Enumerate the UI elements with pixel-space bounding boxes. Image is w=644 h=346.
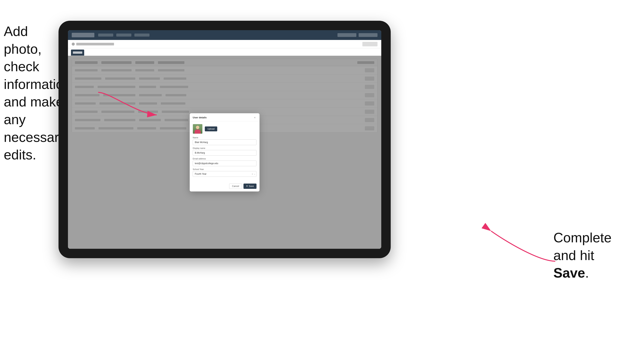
tab-text: [73, 51, 82, 54]
tab-bar: [68, 48, 381, 56]
annotation-left: Add photo, check information and make an…: [4, 23, 68, 164]
email-input[interactable]: [193, 161, 256, 166]
select-clear-icon[interactable]: ×: [252, 173, 253, 175]
user-photo-thumbnail: [193, 124, 202, 134]
nav-item-2: [116, 33, 131, 36]
save-button[interactable]: ⬆ Save: [244, 183, 256, 189]
photo-section: Upload: [193, 124, 256, 134]
name-field-group: Name: [193, 137, 256, 145]
breadcrumb-text: [76, 43, 114, 45]
breadcrumb-action: [362, 42, 378, 46]
save-label: Save: [249, 185, 254, 187]
tablet-frame: User details × Upload: [58, 21, 391, 258]
content-area: User details × Upload: [68, 56, 381, 249]
email-field-group: Email address: [193, 158, 256, 166]
display-name-input[interactable]: [193, 150, 256, 156]
chevron-down-icon: ⌄: [254, 173, 255, 175]
upload-photo-button[interactable]: Upload: [205, 127, 217, 131]
school-year-field-group: School Year First Year Second Year Third…: [193, 168, 256, 177]
user-details-modal: User details × Upload: [190, 113, 260, 191]
school-year-label: School Year: [193, 168, 256, 170]
email-label: Email address: [193, 158, 256, 160]
nav-item-1: [98, 33, 113, 36]
display-name-label: Display name: [193, 147, 256, 149]
app-logo: [72, 33, 94, 37]
app-header: [68, 30, 381, 40]
display-name-field-group: Display name: [193, 147, 256, 156]
annotation-right: Complete and hit Save.: [554, 229, 629, 282]
tablet-screen: User details × Upload: [68, 30, 381, 249]
modal-body: Upload Name Display name: [190, 121, 260, 182]
nav-item-3: [134, 33, 150, 36]
school-year-select[interactable]: First Year Second Year Third Year Fourth…: [193, 171, 256, 177]
select-icons: × ⌄: [252, 173, 255, 175]
cancel-button[interactable]: Cancel: [229, 183, 242, 189]
app-nav: [98, 33, 150, 36]
user-photo: [193, 124, 202, 134]
breadcrumb-icon: [72, 43, 75, 46]
header-right: [338, 33, 378, 37]
close-button[interactable]: ×: [253, 116, 256, 119]
name-label: Name: [193, 137, 256, 139]
modal-footer: Cancel ⬆ Save: [190, 182, 260, 191]
breadcrumb-bar: [68, 40, 381, 48]
save-icon: ⬆: [246, 185, 248, 187]
header-btn-1: [338, 33, 356, 37]
modal-title: User details: [193, 116, 207, 119]
school-year-select-wrapper: First Year Second Year Third Year Fourth…: [193, 171, 256, 177]
name-input[interactable]: [193, 140, 256, 145]
modal-header: User details ×: [190, 113, 260, 121]
tab-active[interactable]: [71, 50, 84, 56]
header-btn-2: [358, 33, 378, 37]
modal-overlay: User details × Upload: [68, 56, 381, 249]
right-arrow: [489, 229, 557, 267]
